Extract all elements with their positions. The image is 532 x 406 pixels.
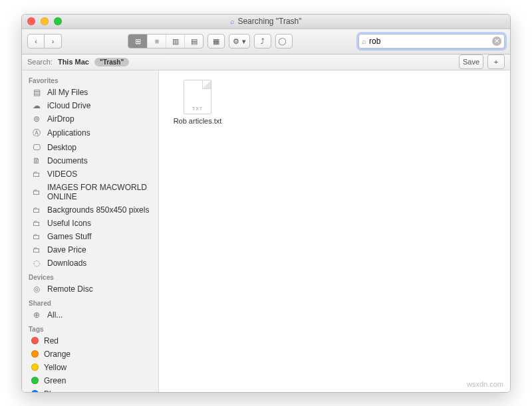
sidebar-item[interactable]: Green: [22, 374, 158, 387]
sidebar-item-label: Useful Icons: [47, 219, 91, 228]
content-area[interactable]: TXTRob articles.txt: [159, 70, 510, 392]
search-field[interactable]: ⌕ ✕: [358, 34, 505, 49]
sidebar-item-icon: 🗀: [31, 219, 42, 228]
sidebar-item-icon: ⊕: [31, 310, 42, 320]
sidebar-item[interactable]: 🗀Useful Icons: [22, 217, 158, 230]
main-area: Favorites▤All My Files☁︎iCloud Drive⊚Air…: [22, 70, 510, 392]
sidebar-item-label: Documents: [47, 156, 88, 165]
nav-group: ‹ ›: [27, 34, 62, 49]
scope-label: Search:: [27, 58, 53, 66]
sidebar: Favorites▤All My Files☁︎iCloud Drive⊚Air…: [22, 70, 159, 392]
tags-button[interactable]: ⃝: [275, 34, 293, 49]
back-button[interactable]: ‹: [27, 34, 45, 49]
save-search-button[interactable]: Save: [459, 54, 483, 69]
sidebar-item-label: iCloud Drive: [47, 101, 90, 110]
file-ext-label: TXT: [184, 106, 211, 111]
file-icon: TXT: [184, 80, 211, 114]
sidebar-item-label: Red: [44, 336, 59, 346]
sidebar-item[interactable]: 🗀Games Stuff: [22, 230, 158, 243]
sidebar-item-label: Backgrounds 850x450 pixels: [47, 205, 149, 215]
sidebar-section-header: Favorites: [22, 73, 158, 86]
window-title: ⌕ Searching "Trash": [22, 17, 510, 26]
file-name: Rob articles.txt: [172, 117, 223, 125]
view-list-button[interactable]: ≡: [147, 35, 166, 48]
sidebar-item-icon: ◌: [31, 258, 42, 268]
sidebar-item-icon: 🗀: [31, 232, 42, 241]
search-input[interactable]: [369, 37, 492, 46]
tag-dot-icon: [31, 390, 39, 392]
search-icon: ⌕: [362, 37, 366, 45]
view-switcher: ⊞ ≡ ▥ ▤: [128, 34, 203, 49]
sidebar-item[interactable]: 🗀VIDEOS: [22, 167, 158, 181]
sidebar-item-label: Remote Disc: [47, 284, 93, 294]
sidebar-item-icon: 🗀: [31, 169, 42, 179]
sidebar-item[interactable]: ◌Downloads: [22, 256, 158, 270]
sidebar-item-label: All...: [47, 310, 63, 320]
scope-trash-pill[interactable]: "Trash": [94, 58, 129, 66]
view-gallery-button[interactable]: ▤: [184, 35, 203, 48]
arrange-button[interactable]: ▦: [207, 34, 225, 49]
forward-button[interactable]: ›: [45, 34, 62, 49]
sidebar-item[interactable]: ▤All My Files: [22, 86, 158, 99]
sidebar-item[interactable]: ⊕All...: [22, 308, 158, 322]
window-title-text: Searching "Trash": [237, 17, 301, 26]
sidebar-section-header: Shared: [22, 296, 158, 308]
sidebar-item-icon: 🗀: [31, 187, 42, 197]
search-folder-icon: ⌕: [230, 17, 235, 25]
sidebar-item[interactable]: 🗀IMAGES FOR MACWORLD ONLINE: [22, 181, 158, 203]
watermark: wsxdn.com: [467, 380, 503, 388]
sidebar-item[interactable]: 🗀Backgrounds 850x450 pixels: [22, 203, 158, 217]
tag-dot-icon: [31, 337, 39, 344]
tag-dot-icon: [31, 377, 39, 384]
action-menu-button[interactable]: ⚙︎ ▾: [229, 34, 249, 49]
sidebar-item-icon: ☁︎: [31, 101, 42, 110]
sidebar-item-icon: 🗎: [31, 156, 42, 165]
sidebar-item[interactable]: 🖵Desktop: [22, 141, 158, 154]
sidebar-item[interactable]: ⒶApplications: [22, 126, 158, 141]
sidebar-item-icon: ◎: [31, 284, 42, 294]
sidebar-item[interactable]: Yellow: [22, 361, 158, 374]
sidebar-item[interactable]: ⊚AirDrop: [22, 112, 158, 126]
sidebar-item-label: Applications: [47, 128, 90, 138]
sidebar-item-icon: 🖵: [31, 143, 42, 152]
sidebar-item-label: Dave Price: [47, 245, 86, 254]
sidebar-item-label: Orange: [44, 350, 70, 359]
sidebar-item-icon: 🗀: [31, 245, 42, 254]
sidebar-item-icon: ⊚: [31, 114, 42, 124]
tag-dot-icon: [31, 350, 39, 357]
share-button[interactable]: ⤴: [254, 34, 271, 49]
sidebar-item-label: Green: [44, 376, 66, 385]
sidebar-item-label: Yellow: [44, 363, 66, 372]
add-criteria-button[interactable]: +: [487, 54, 505, 69]
sidebar-section-header: Tags: [22, 322, 158, 334]
sidebar-item-label: Downloads: [47, 258, 86, 268]
sidebar-item[interactable]: ◎Remote Disc: [22, 282, 158, 296]
toolbar: ‹ › ⊞ ≡ ▥ ▤ ▦ ⚙︎ ▾ ⤴ ⃝ ⌕ ✕: [22, 29, 510, 54]
sidebar-item-label: VIDEOS: [47, 169, 77, 179]
titlebar: ⌕ Searching "Trash": [22, 15, 510, 29]
sidebar-item[interactable]: Red: [22, 334, 158, 348]
sidebar-item-icon: Ⓐ: [31, 128, 42, 139]
sidebar-item[interactable]: 🗀Dave Price: [22, 243, 158, 256]
file-item[interactable]: TXTRob articles.txt: [172, 80, 223, 125]
scope-this-mac[interactable]: This Mac: [58, 58, 89, 66]
sidebar-section-header: Devices: [22, 270, 158, 282]
sidebar-item[interactable]: Orange: [22, 348, 158, 361]
sidebar-item[interactable]: ☁︎iCloud Drive: [22, 99, 158, 112]
view-icon-button[interactable]: ⊞: [128, 35, 147, 48]
sidebar-item-label: All My Files: [47, 88, 88, 97]
sidebar-item-icon: ▤: [31, 88, 42, 97]
search-scope-bar: Search: This Mac "Trash" Save +: [22, 54, 510, 70]
sidebar-item-label: Desktop: [47, 143, 76, 152]
sidebar-item-label: Games Stuff: [47, 232, 91, 241]
sidebar-item-label: IMAGES FOR MACWORLD ONLINE: [47, 183, 152, 201]
sidebar-item-label: AirDrop: [47, 114, 74, 124]
clear-search-icon[interactable]: ✕: [492, 37, 501, 46]
view-column-button[interactable]: ▥: [166, 35, 184, 48]
finder-window: ⌕ Searching "Trash" ‹ › ⊞ ≡ ▥ ▤ ▦ ⚙︎ ▾ ⤴…: [21, 14, 511, 393]
sidebar-item[interactable]: Blue: [22, 387, 158, 392]
sidebar-item-icon: 🗀: [31, 205, 42, 215]
sidebar-item-label: Blue: [44, 389, 60, 392]
sidebar-item[interactable]: 🗎Documents: [22, 154, 158, 167]
tag-dot-icon: [31, 363, 39, 371]
